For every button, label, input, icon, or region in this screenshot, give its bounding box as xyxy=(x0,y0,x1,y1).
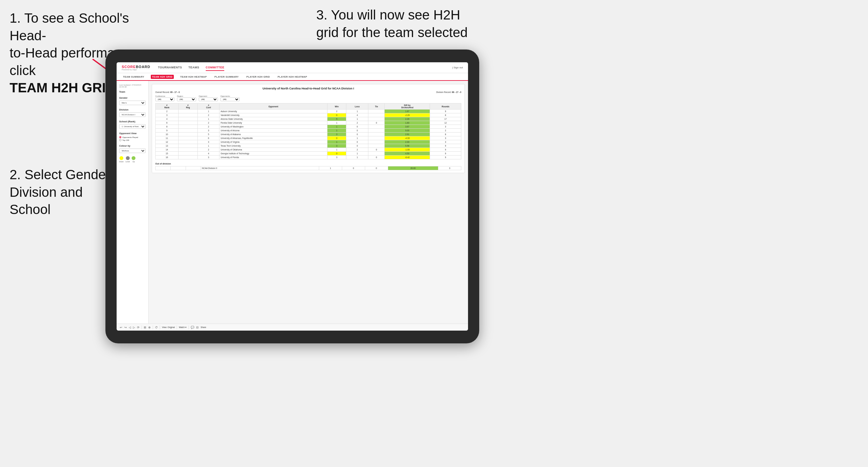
colour-by-section: Colour by Win/loss xyxy=(119,145,146,153)
colour-by-select[interactable]: Win/loss xyxy=(119,149,146,153)
view-original[interactable]: View: Original xyxy=(162,326,175,329)
table-row: 131Texas Tech University305.569 xyxy=(156,144,461,148)
filter-opponents: Opponents: (All) xyxy=(220,95,240,101)
color-legend: Down Level Up xyxy=(119,156,146,163)
legend-level-dot xyxy=(126,156,130,160)
nav-committee[interactable]: COMMITTEE xyxy=(206,64,225,71)
toolbar-separator-5 xyxy=(188,325,189,329)
legend-up-dot xyxy=(132,156,135,160)
nav-tournaments[interactable]: TOURNAMENTS xyxy=(158,64,182,71)
radio-dot-selected xyxy=(119,136,121,138)
gender-select[interactable]: Men's xyxy=(119,101,146,105)
share-btn[interactable]: Share xyxy=(200,326,206,329)
col-rounds: Rounds xyxy=(430,103,461,110)
logo: SCORESCOREBOARDBOARD Powered by clippi xyxy=(122,65,150,71)
nav-items: TOURNAMENTS TEAMS COMMITTEE xyxy=(158,64,452,71)
records-row: Overall Record: 89 - 17 - 0 Division Rec… xyxy=(155,91,461,93)
sub-nav-team-h2h-grid[interactable]: TEAM H2H GRID xyxy=(151,75,174,79)
sub-nav-player-summary[interactable]: PLAYER SUMMARY xyxy=(213,75,240,79)
last-updated: Last Updated: 27/03/2024 16:55:38 xyxy=(119,84,146,88)
opponent-view-section: Opponent View Opponents Played Top 100 xyxy=(119,132,146,141)
h2h-title: University of North Carolina Head-to-Hea… xyxy=(155,87,461,90)
table-row: 116University of Arkansas, Fayetteville0… xyxy=(156,136,461,140)
grid-btn[interactable]: ⊟ xyxy=(196,326,199,329)
main-content: Last Updated: 27/03/2024 16:55:38 Team G… xyxy=(117,81,468,323)
sub-nav-player-h2h-grid[interactable]: PLAYER H2H GRID xyxy=(245,75,271,79)
clock-btn[interactable]: ⏱ xyxy=(155,326,158,329)
refresh-btn[interactable]: ⟳ xyxy=(137,326,140,329)
sub-nav-team-summary[interactable]: TEAM SUMMARY xyxy=(122,75,146,79)
out-of-division-table: NCAA Division II 1 0 0 26.00 3 xyxy=(155,166,461,170)
toolbar-separator-3 xyxy=(160,325,160,329)
table-row: 93University of Arizona109.002 xyxy=(156,129,461,132)
radio-dot xyxy=(119,139,121,141)
radio-top-100[interactable]: Top 100 xyxy=(119,139,146,141)
forward-btn[interactable]: ▷ xyxy=(133,326,135,329)
sub-nav-player-h2h-heatmap[interactable]: PLAYER H2H HEATMAP xyxy=(276,75,309,79)
table-row: 21Auburn University211.679 xyxy=(156,110,461,114)
division-select[interactable]: NCAA Division I xyxy=(119,113,146,117)
col-opponent: Opponent xyxy=(219,103,328,110)
annotation-2: 2. Select Gender, Division and School xyxy=(9,166,114,218)
table-row: 123University of Virginia102.333 xyxy=(156,140,461,144)
comment-btn[interactable]: 💬 xyxy=(191,326,194,329)
filter-opponent: Opponent (All) xyxy=(199,95,218,101)
add-btn[interactable]: ⊕ xyxy=(148,326,151,329)
team-section: Team xyxy=(119,90,146,93)
bottom-toolbar: ↩ ↪ ◁ ▷ ⟳ ⊞ ⊕ ⏱ View: Original Watch ▾ 💬… xyxy=(117,323,468,331)
tablet-frame: SCORESCOREBOARDBOARD Powered by clippi T… xyxy=(105,50,479,343)
table-row: 62Florida State University1201.8312 xyxy=(156,121,461,125)
table-row: 82University of Washington103.673 xyxy=(156,125,461,129)
table-row: 41Arizona State University512.2917 xyxy=(156,117,461,121)
table-row: 32Vanderbilt University04-2.298 xyxy=(156,114,461,117)
gender-section: Gender Men's xyxy=(119,96,146,105)
tablet-screen: SCORESCOREBOARDBOARD Powered by clippi T… xyxy=(117,62,468,331)
radio-group: Opponents Played Top 100 xyxy=(119,136,146,141)
division-section: Division NCAA Division I xyxy=(119,108,146,117)
nav-bar: SCORESCOREBOARDBOARD Powered by clippi T… xyxy=(117,62,468,73)
right-content: University of North Carolina Head-to-Hea… xyxy=(149,81,468,323)
col-diff: Diff AvStrokes/Rnd xyxy=(385,103,430,110)
filters-row: Conference (All) Region (All) xyxy=(155,95,461,101)
col-conf: #Conf xyxy=(198,103,219,110)
opponent-filter-select[interactable]: (All) xyxy=(199,97,218,101)
table-row: 142University of Oklahoma120-1.009 xyxy=(156,148,461,152)
table-row: 163University of Florida310-6.429 xyxy=(156,156,461,159)
redo-btn[interactable]: ↪ xyxy=(124,326,127,329)
region-filter-select[interactable]: (All) xyxy=(177,97,196,101)
left-panel: Last Updated: 27/03/2024 16:55:38 Team G… xyxy=(117,81,149,323)
back-btn[interactable]: ◁ xyxy=(129,326,131,329)
out-of-division-label: Out of division xyxy=(155,163,461,165)
sub-nav: TEAM SUMMARY TEAM H2H GRID TEAM H2H HEAT… xyxy=(117,73,468,81)
col-loss: Loss xyxy=(346,103,368,110)
radio-opponents-played[interactable]: Opponents Played xyxy=(119,136,146,138)
nav-teams[interactable]: TEAMS xyxy=(188,64,199,71)
undo-btn[interactable]: ↩ xyxy=(120,326,122,329)
h2h-table: #Rank #Reg #Conf Opponent Win Loss Tie D… xyxy=(155,103,461,159)
col-reg: #Reg xyxy=(178,103,197,110)
out-of-division-row: NCAA Division II 1 0 0 26.00 3 xyxy=(156,166,461,170)
crop-btn[interactable]: ⊞ xyxy=(144,326,146,329)
h2h-section: University of North Carolina Head-to-Hea… xyxy=(152,84,465,173)
toolbar-separator-1 xyxy=(142,325,142,329)
filter-conference: Conference (All) xyxy=(155,95,175,101)
toolbar-separator-4 xyxy=(177,325,177,329)
opponents-filter-select[interactable]: (All) xyxy=(220,97,240,101)
filter-region: Region (All) xyxy=(177,95,196,101)
sub-nav-team-h2h-heatmap[interactable]: TEAM H2H HEATMAP xyxy=(179,75,208,79)
col-win: Win xyxy=(327,103,346,110)
division-record: Division Record: 88 - 17 - 0 xyxy=(436,91,461,93)
sign-out[interactable]: | Sign out xyxy=(452,66,463,69)
overall-record: Overall Record: 89 - 17 - 0 xyxy=(155,91,180,93)
col-tie: Tie xyxy=(368,103,385,110)
school-section: School (Rank) 1. University of Nort... xyxy=(119,120,146,129)
watch-btn[interactable]: Watch ▾ xyxy=(179,326,187,329)
school-select[interactable]: 1. University of Nort... xyxy=(119,124,146,129)
toolbar-separator-2 xyxy=(153,325,153,329)
conference-filter-select[interactable]: (All) xyxy=(155,97,175,101)
legend-down-dot xyxy=(120,156,123,160)
table-row: 105University of Alabama302.618 xyxy=(156,132,461,136)
table-row: 154Georgia Institute of Technology014.50… xyxy=(156,152,461,156)
col-rank: #Rank xyxy=(156,103,179,110)
annotation-3: 3. You will now see H2H grid for the tea… xyxy=(316,6,468,41)
